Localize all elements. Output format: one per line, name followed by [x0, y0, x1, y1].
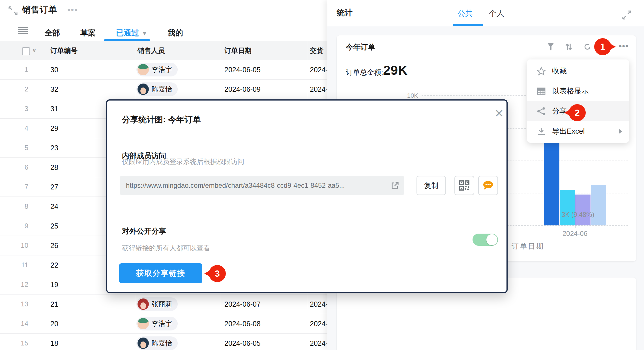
- table-row[interactable]: 15 18 陈嘉怡2024-06-052024-0: [0, 334, 327, 350]
- qr-code-button[interactable]: [454, 176, 474, 195]
- avatar: [138, 318, 149, 329]
- cell-salesperson[interactable]: 张丽莉: [136, 297, 178, 311]
- table-header-row: ∨ 订单编号 销售人员 订单日期 交货日期: [0, 41, 327, 60]
- view-tab-3[interactable]: 已通过▼: [114, 27, 150, 39]
- row-index: 10: [8, 236, 28, 255]
- collapse-view-icon[interactable]: [8, 6, 18, 16]
- download-icon: [537, 127, 552, 136]
- col-header-order-date[interactable]: 订单日期: [224, 41, 252, 60]
- view-tab-1[interactable]: 全部: [42, 27, 62, 39]
- salesperson-name: 陈嘉怡: [152, 85, 172, 94]
- sheet-more-icon[interactable]: •••: [67, 5, 78, 15]
- menu-item-label: 分享: [552, 106, 622, 116]
- step-badge-3: 3: [209, 265, 226, 282]
- bar-4[interactable]: [591, 185, 606, 225]
- salesperson-name: 陈嘉怡: [152, 339, 172, 348]
- cell-order-no[interactable]: 20: [50, 314, 58, 333]
- table-row[interactable]: 2 32 陈嘉怡2024-06-092024-0: [0, 80, 327, 99]
- cell-order-no[interactable]: 28: [50, 158, 58, 177]
- toggle-knob: [486, 234, 497, 245]
- copy-button[interactable]: 复制: [417, 176, 446, 195]
- menu-item-2[interactable]: 以表格显示: [527, 81, 629, 101]
- modal-title: 分享统计图: 今年订单: [122, 114, 201, 125]
- col-header-salesperson[interactable]: 销售人员: [138, 41, 165, 60]
- table-row[interactable]: 14 20 李浩宇2024-06-082024-0: [0, 314, 327, 334]
- y-tick-label: 10K: [396, 92, 418, 99]
- view-list-icon[interactable]: [18, 27, 28, 35]
- view-tab-2[interactable]: 草案: [78, 27, 98, 39]
- bar-2[interactable]: [560, 190, 575, 225]
- view-tab-4[interactable]: 我的: [166, 27, 185, 39]
- menu-item-label: 以表格显示: [552, 86, 622, 96]
- row-index: 14: [8, 314, 28, 333]
- menu-item-1[interactable]: 收藏: [527, 61, 629, 81]
- cell-order-date[interactable]: 2024-06-05: [224, 334, 261, 350]
- close-icon[interactable]: ✕: [494, 107, 504, 120]
- cell-order-date[interactable]: 2024-06-09: [224, 80, 261, 99]
- refresh-icon[interactable]: [584, 42, 591, 51]
- card-more-icon[interactable]: •••: [619, 42, 628, 51]
- expand-panel-icon[interactable]: [621, 10, 632, 20]
- cell-order-date[interactable]: 2024-06-08: [224, 314, 261, 333]
- public-share-toggle[interactable]: [473, 234, 498, 246]
- tab-caret-icon[interactable]: ▼: [142, 30, 147, 37]
- submenu-arrow-icon: [619, 129, 622, 134]
- salesperson-name: 李浩宇: [152, 65, 172, 74]
- modal-divider: [122, 211, 494, 211]
- avatar: [138, 64, 149, 75]
- bar-value-annotation: 3K (9.48%): [562, 211, 594, 219]
- menu-item-label: 导出Excel: [552, 126, 619, 136]
- cell-salesperson[interactable]: 陈嘉怡: [136, 82, 178, 96]
- open-link-icon[interactable]: [391, 181, 399, 190]
- col-header-delivery-date[interactable]: 交货日期: [310, 41, 327, 60]
- filter-icon[interactable]: [547, 42, 554, 51]
- x-axis-tick: [575, 225, 576, 228]
- row-index: 12: [8, 275, 28, 294]
- chart-context-menu: 收藏 以表格显示 分享 导出Excel: [527, 59, 629, 143]
- bar-3[interactable]: [575, 195, 591, 225]
- menu-item-4[interactable]: 导出Excel: [527, 121, 629, 141]
- cell-order-no[interactable]: 18: [50, 334, 58, 350]
- row-index: 2: [8, 80, 28, 99]
- cell-order-date[interactable]: 2024-06-05: [224, 60, 261, 79]
- cell-salesperson[interactable]: 李浩宇: [136, 317, 178, 330]
- row-index: 1: [8, 60, 28, 79]
- metric-label: 订单总金额:: [346, 68, 383, 77]
- cell-order-no[interactable]: 30: [50, 60, 58, 79]
- cell-order-no[interactable]: 31: [50, 99, 58, 118]
- cell-order-no[interactable]: 29: [50, 119, 58, 138]
- cell-order-no[interactable]: 22: [50, 255, 58, 275]
- cell-order-no[interactable]: 21: [50, 294, 58, 314]
- tab-public[interactable]: 公共: [458, 8, 473, 18]
- public-share-desc: 获得链接的所有人都可以查看: [122, 244, 210, 253]
- cell-order-no[interactable]: 23: [50, 138, 58, 157]
- cell-salesperson[interactable]: 李浩宇: [136, 63, 178, 76]
- header-chevron-icon[interactable]: ∨: [32, 41, 37, 60]
- cell-order-no[interactable]: 27: [50, 177, 58, 197]
- embed-url-field[interactable]: https://www.mingdao.com/embed/chart/a344…: [120, 176, 404, 195]
- view-tabs: 全部草案已通过▼我的: [42, 27, 185, 39]
- cell-order-no[interactable]: 32: [50, 80, 58, 99]
- table-row[interactable]: 1 30 李浩宇2024-06-052024-0: [0, 60, 327, 80]
- row-index: 4: [8, 119, 28, 138]
- row-index: 7: [8, 177, 28, 197]
- sheet-title: 销售订单: [22, 4, 57, 16]
- tab-personal[interactable]: 个人: [489, 8, 504, 18]
- cell-salesperson[interactable]: 陈嘉怡: [136, 336, 178, 350]
- row-index: 6: [8, 158, 28, 177]
- share-icon: [537, 107, 552, 116]
- sort-icon[interactable]: [565, 42, 572, 51]
- select-all-checkbox[interactable]: [22, 47, 30, 55]
- avatar: [138, 298, 149, 310]
- cell-order-no[interactable]: 19: [50, 275, 58, 294]
- cell-order-no[interactable]: 25: [50, 216, 58, 236]
- table-row[interactable]: 13 21 张丽莉2024-06-072024-0: [0, 294, 327, 314]
- feedback-chat-button[interactable]: [478, 176, 498, 195]
- get-share-link-button[interactable]: 获取分享链接: [119, 263, 202, 283]
- metric-value: 29K: [383, 63, 408, 78]
- cell-order-no[interactable]: 26: [50, 236, 58, 255]
- cell-order-no[interactable]: 24: [50, 197, 58, 216]
- col-header-order-no[interactable]: 订单编号: [50, 41, 78, 60]
- step-badge-2: 2: [569, 104, 586, 121]
- cell-order-date[interactable]: 2024-06-07: [224, 294, 261, 314]
